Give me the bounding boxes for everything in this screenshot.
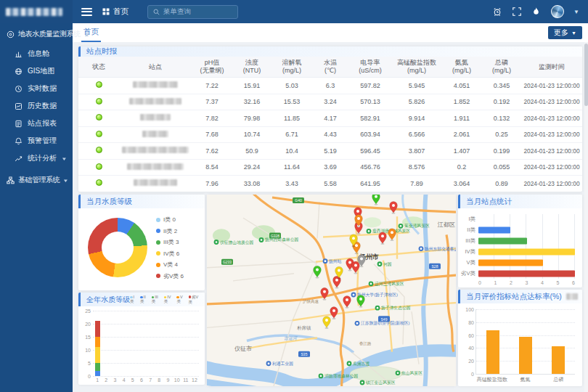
table-cell: 596.45: [348, 143, 392, 160]
table-row: 7.2215.915.036.3597.825.9454.0510.345202…: [78, 78, 582, 94]
sidebar-group-base-management[interactable]: 基础管理系统 ▼: [0, 169, 73, 191]
table-cell: 7.37: [192, 94, 232, 110]
status-indicator: [96, 81, 102, 88]
table-cell: 79.98: [232, 110, 271, 127]
menu-toggle-icon[interactable]: [81, 8, 92, 16]
table-cell: 11.64: [271, 159, 312, 176]
bar-II类[interactable]: [478, 227, 510, 234]
table-cell: 582.91: [348, 110, 392, 127]
map-label: 润扬湿地森林公园: [324, 373, 358, 379]
station-report-table: 状态站点pH值(无量纲)浊度(NTU)溶解氧(mg/L)水温(℃)电导率(uS/…: [78, 57, 582, 192]
column-header: 氨氮(mg/L): [441, 57, 482, 78]
bar-高锰酸盐指数[interactable]: [486, 330, 499, 374]
legend-item[interactable]: III类: [152, 295, 162, 304]
legend-item[interactable]: IV类 6: [156, 250, 184, 258]
legend-dot: [156, 263, 160, 267]
main-content: 首页 更多▼ 站点时报 状态站点pH值(无量纲)浊度(NTU)溶解氧(mg/L)…: [73, 23, 588, 392]
chevron-up-icon: ▲: [83, 32, 89, 36]
column-header: pH值(无量纲): [192, 57, 232, 78]
road-badge: G233: [221, 259, 233, 265]
table-cell: 4.051: [441, 78, 482, 94]
breadcrumb[interactable]: 首页: [102, 7, 128, 17]
road-badge: S28: [429, 264, 441, 269]
map-label: 利通工业园: [272, 361, 293, 367]
table-cell: 11.85: [271, 110, 312, 127]
legend-item[interactable]: II类: [140, 295, 150, 304]
sidebar-item-6[interactable]: 预警管理: [0, 132, 73, 150]
x-axis-tick: 2: [510, 280, 513, 285]
search-icon: [153, 9, 160, 15]
x-axis-tick: 0: [478, 280, 481, 285]
sidebar-item-3[interactable]: 实时数据: [0, 80, 73, 97]
count-axis-labels: 0123456: [478, 280, 575, 287]
table-cell: 0.199: [482, 143, 521, 160]
logo-redacted: [6, 8, 62, 16]
x-axis-tick: 高锰酸盐指数: [475, 376, 509, 383]
table-row: 8.5429.2411.643.69456.768.5760.20.055202…: [78, 159, 582, 176]
sidebar-group-surface-water[interactable]: 地表水质量监测系统 ▲: [0, 23, 73, 45]
bar-segment-II类: [95, 371, 100, 376]
user-menu-chevron-icon[interactable]: ▼: [573, 9, 579, 15]
bar-劣V类[interactable]: [478, 270, 575, 277]
legend-item[interactable]: V类: [176, 295, 186, 304]
sidebar-item-2[interactable]: GIS地图: [0, 62, 73, 80]
gridline: [93, 324, 199, 324]
sidebar-menu: 信息舱GIS地图实时数据历史数据站点报表预警管理统计分析▼: [0, 45, 73, 167]
table-row: 7.9633.083.435.58641.957.893.0640.892024…: [78, 176, 582, 192]
legend-item[interactable]: III类 3: [156, 238, 184, 246]
map-label: 镇江金山风景区: [366, 380, 396, 385]
bar-III类[interactable]: [478, 238, 527, 245]
stacked-bar-month-1[interactable]: [95, 311, 100, 376]
x-axis-tick: 9: [163, 377, 172, 383]
x-axis-tick: 氨氮: [509, 376, 542, 383]
sidebar-item-1[interactable]: 信息舱: [0, 45, 73, 62]
monthly-grade-panel: 当月水质等级 I类 0II类 2III类 3IV类 6V类 4劣V类 6: [78, 195, 205, 290]
table-cell: 1.911: [441, 110, 482, 127]
bar-V类[interactable]: [478, 259, 543, 266]
table-cell: 570.13: [348, 94, 392, 110]
legend-item[interactable]: 劣V类: [189, 295, 202, 305]
table-cell: 5.58: [312, 176, 348, 192]
breadcrumb-home[interactable]: 首页: [113, 7, 128, 17]
bar-track: [478, 246, 575, 257]
status-indicator: [96, 147, 102, 153]
avatar[interactable]: [551, 5, 564, 18]
fullscreen-icon[interactable]: [512, 7, 522, 17]
alarm-icon[interactable]: [492, 7, 502, 17]
standards-rate-bar-chart: 020406080100: [475, 309, 575, 375]
table-cell: 10.4: [271, 143, 312, 160]
table-cell: 5.945: [392, 78, 441, 94]
bar-track: [478, 236, 575, 247]
x-axis-tick: 8: [155, 377, 163, 383]
table-cell: 3.807: [392, 143, 441, 160]
bar-IV类[interactable]: [478, 248, 575, 255]
legend-item[interactable]: I类: [130, 295, 138, 304]
search-input[interactable]: 菜单查询: [147, 5, 238, 19]
grid-icon: [102, 8, 110, 15]
bar-track: [478, 268, 575, 279]
legend-item[interactable]: V类 4: [156, 261, 184, 269]
bar-氨氮[interactable]: [519, 337, 532, 374]
bar-总磷[interactable]: [552, 346, 565, 374]
category-label: IV类: [460, 248, 478, 256]
report-icon: [15, 120, 23, 128]
monthly-station-panel: 当月站点统计 I类II类III类IV类V类劣V类 0123456: [458, 195, 582, 287]
scrollbar-thumb[interactable]: [584, 44, 588, 106]
sidebar-item-7[interactable]: 统计分析▼: [0, 150, 73, 167]
donut-legend: I类 0II类 2III类 3IV类 6V类 4劣V类 6: [156, 216, 184, 280]
legend-item[interactable]: I类 0: [156, 216, 184, 224]
legend-item[interactable]: IV类: [164, 295, 175, 304]
legend-item[interactable]: II类 2: [156, 227, 184, 235]
map-label: 运河三湾风景区: [375, 282, 404, 287]
table-cell: 32.16: [232, 94, 271, 110]
legend-item[interactable]: 劣V类 6: [156, 272, 184, 280]
table-cell: 0.192: [482, 94, 521, 110]
page-scrollbar[interactable]: [584, 42, 588, 392]
map-label: 沪陕高速: [303, 299, 319, 304]
flame-icon[interactable]: [531, 7, 542, 17]
more-button[interactable]: 更多▼: [548, 26, 582, 39]
gis-map[interactable]: G40G328G233S28S35S49扬州市江都区仪征市朴席镇扬州站何园运河三…: [207, 195, 456, 386]
sidebar-item-4[interactable]: 历史数据: [0, 97, 73, 115]
sitemap-icon: [7, 176, 15, 184]
sidebar-item-5[interactable]: 站点报表: [0, 115, 73, 132]
